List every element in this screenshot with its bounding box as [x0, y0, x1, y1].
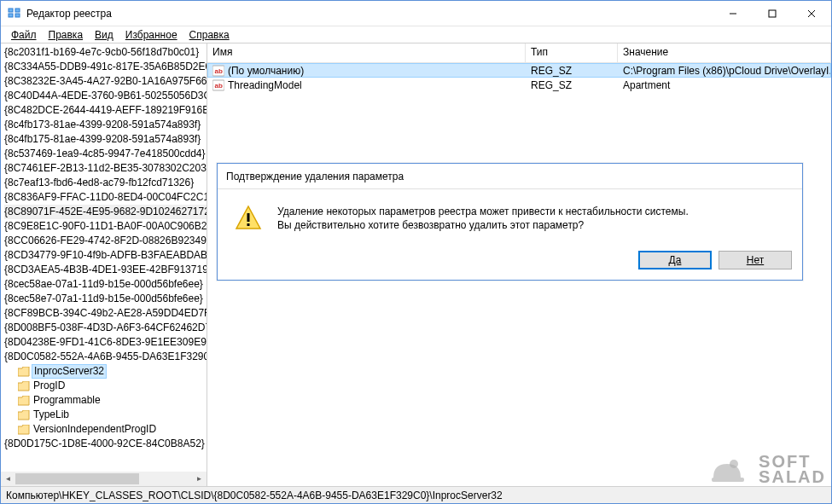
svg-rect-3: [15, 14, 20, 17]
svg-rect-13: [247, 213, 250, 222]
no-button[interactable]: Нет: [719, 251, 792, 269]
hscroll-track[interactable]: [15, 472, 192, 486]
tree-item[interactable]: {8CC06626-FE29-4742-8F2D-08826B923497}: [4, 234, 207, 248]
titlebar: Редактор реестра: [1, 1, 831, 26]
tree-item[interactable]: {8cec58ae-07a1-11d9-b15e-000d56bfe6ee}: [4, 277, 207, 292]
list-header: Имя Тип Значение: [207, 43, 831, 63]
tree-item[interactable]: {8C38232E-3A45-4A27-92B0-1A16A975F664}: [4, 74, 207, 89]
folder-icon: [18, 396, 30, 406]
dialog-text: Удаление некоторых параметров реестра мо…: [277, 205, 689, 232]
svg-text:ab: ab: [215, 67, 223, 75]
svg-rect-2: [15, 9, 20, 12]
string-value-icon: ab: [212, 79, 224, 91]
window-buttons: [713, 1, 831, 26]
tree-item[interactable]: {8D008BF5-038F-4D3D-A6F3-64CF62462D7}: [4, 321, 207, 335]
menubar: Файл Правка Вид Избранное Справка: [1, 26, 831, 43]
tree-folder-label: ProgID: [32, 379, 66, 392]
tree-item[interactable]: {8D0D175C-1D8E-4000-92CE-84C0B8A52}: [4, 437, 207, 451]
statusbar-path: Компьютер\HKEY_CLASSES_ROOT\CLSID\{8D0C0…: [6, 490, 503, 501]
menu-view[interactable]: Вид: [90, 27, 119, 43]
svg-rect-1: [9, 14, 13, 17]
tree-item[interactable]: {8C836AF9-FFAC-11D0-8ED4-00C04FC2C17}: [4, 190, 207, 205]
cell-type: REG_SZ: [526, 65, 618, 77]
menu-favorites[interactable]: Избранное: [120, 27, 183, 43]
tree-item[interactable]: {8D0C0582-552A-4A6B-9455-DA63E1F3290}: [4, 350, 207, 364]
yes-button[interactable]: Да: [638, 251, 712, 269]
folder-icon: [18, 367, 30, 377]
tree-folder-label: TypeLib: [32, 408, 70, 421]
regedit-icon: [8, 7, 21, 20]
tree-item[interactable]: {8CD34779-9F10-4f9b-ADFB-B3FAEABDAB}: [4, 248, 207, 263]
svg-point-16: [730, 460, 738, 468]
tree-item[interactable]: {8C7461EF-2B13-11d2-BE35-3078302C2030}: [4, 161, 207, 176]
hscroll-thumb[interactable]: [15, 473, 139, 484]
dialog-line2: Вы действительно хотите безвозвратно уда…: [277, 218, 689, 232]
folder-icon: [18, 410, 30, 420]
tree-folder-label: InprocServer32: [32, 365, 106, 378]
svg-text:ab: ab: [215, 82, 223, 90]
tree-pane: {8c2031f1-b169-4e7c-9cb0-56f18d7b0c01}{8…: [1, 43, 207, 486]
string-value-icon: ab: [212, 65, 224, 77]
tree-folder-inprocserver32[interactable]: InprocServer32: [4, 364, 207, 379]
svg-rect-0: [9, 9, 13, 12]
hscroll-right-icon[interactable]: ►: [192, 472, 207, 486]
svg-rect-15: [712, 478, 744, 482]
tree-folder-programmable[interactable]: Programmable: [4, 393, 207, 408]
window-title: Редактор реестра: [26, 8, 713, 20]
cell-value: Apartment: [618, 79, 831, 91]
warning-icon: [235, 205, 262, 232]
tree-item[interactable]: {8c7eaf13-fbd6-4ed8-ac79-fb12fcd71326}: [4, 176, 207, 190]
hscroll-left-icon[interactable]: ◄: [1, 472, 15, 486]
cell-name: abThreadingModel: [207, 79, 526, 91]
maximize-button[interactable]: [753, 1, 792, 26]
tree-item[interactable]: {8c4fb173-81ae-4399-9208-591a574a893f}: [4, 118, 207, 132]
col-header-name[interactable]: Имя: [207, 43, 526, 62]
watermark: SOFT SALAD: [708, 452, 826, 486]
statusbar: Компьютер\HKEY_CLASSES_ROOT\CLSID\{8D0C0…: [1, 486, 831, 503]
cell-value: C:\Program Files (x86)\pCloud Drive\Over…: [618, 65, 831, 77]
tree-item[interactable]: {8CD3AEA5-4B3B-4DE1-93EE-42BF9137194}: [4, 263, 207, 277]
col-header-value[interactable]: Значение: [618, 43, 831, 62]
menu-help[interactable]: Справка: [184, 27, 235, 43]
tree-item[interactable]: {8c2031f1-b169-4e7c-9cb0-56f18d7b0c01}: [4, 45, 207, 60]
tree-item[interactable]: {8C334A55-DDB9-491c-817E-35A6B85D2E04}: [4, 60, 207, 74]
folder-icon: [18, 381, 30, 391]
tree-folder-label: VersionIndependentProgID: [32, 423, 157, 436]
tree-item[interactable]: {8D04238E-9FD1-41C6-8DE3-9E1EE309E935}: [4, 335, 207, 350]
dialog-body: Удаление некоторых параметров реестра мо…: [218, 189, 802, 244]
tree-folder-typelib[interactable]: TypeLib: [4, 408, 207, 422]
dialog-title: Подтверждение удаления параметра: [218, 164, 802, 189]
tree-hscrollbar[interactable]: ◄ ►: [1, 472, 207, 486]
minimize-button[interactable]: [713, 1, 753, 26]
tree-inner[interactable]: {8c2031f1-b169-4e7c-9cb0-56f18d7b0c01}{8…: [1, 43, 207, 453]
menu-file[interactable]: Файл: [6, 27, 42, 43]
tree-folder-label: Programmable: [32, 394, 102, 407]
tree-folder-progid[interactable]: ProgID: [4, 379, 207, 393]
dialog-line1: Удаление некоторых параметров реестра мо…: [277, 205, 689, 218]
list-row[interactable]: abThreadingModelREG_SZApartment: [207, 78, 831, 92]
list-row[interactable]: ab(По умолчанию)REG_SZC:\Program Files (…: [207, 63, 831, 78]
tree-item[interactable]: {8cec58e7-07a1-11d9-b15e-000d56bfe6ee}: [4, 292, 207, 306]
svg-rect-14: [247, 223, 250, 226]
tree-item[interactable]: {8C482DCE-2644-4419-AEFF-189219F916B9}: [4, 103, 207, 118]
tree-item[interactable]: {8c537469-1ea9-4c85-9947-7e418500cdd4}: [4, 147, 207, 161]
tree-item[interactable]: {8c4fb175-81ae-4399-9208-591a574a893f}: [4, 132, 207, 147]
col-header-type[interactable]: Тип: [526, 43, 618, 62]
dialog-buttons: Да Нет: [218, 244, 802, 280]
tree-folder-versionindependentprogid[interactable]: VersionIndependentProgID: [4, 422, 207, 437]
tree-item[interactable]: {8CF89BCB-394C-49b2-AE28-A59DD4ED7F}: [4, 306, 207, 321]
menu-edit[interactable]: Правка: [44, 27, 89, 43]
tree-item[interactable]: {8C40D44A-4EDE-3760-9B61-50255056D3C}: [4, 89, 207, 103]
folder-icon: [18, 425, 30, 435]
confirm-delete-dialog: Подтверждение удаления параметра Удалени…: [217, 163, 803, 281]
tree-item[interactable]: {8C89071F-452E-4E95-9682-9D1024627172}: [4, 205, 207, 219]
cell-type: REG_SZ: [526, 79, 618, 91]
close-button[interactable]: [792, 1, 831, 26]
cell-name: ab(По умолчанию): [207, 65, 526, 77]
tree-item[interactable]: {8C9E8E1C-90F0-11D1-BA0F-00A0C906B23}: [4, 219, 207, 234]
watermark-l2: SALAD: [759, 469, 826, 484]
svg-rect-5: [769, 10, 776, 17]
